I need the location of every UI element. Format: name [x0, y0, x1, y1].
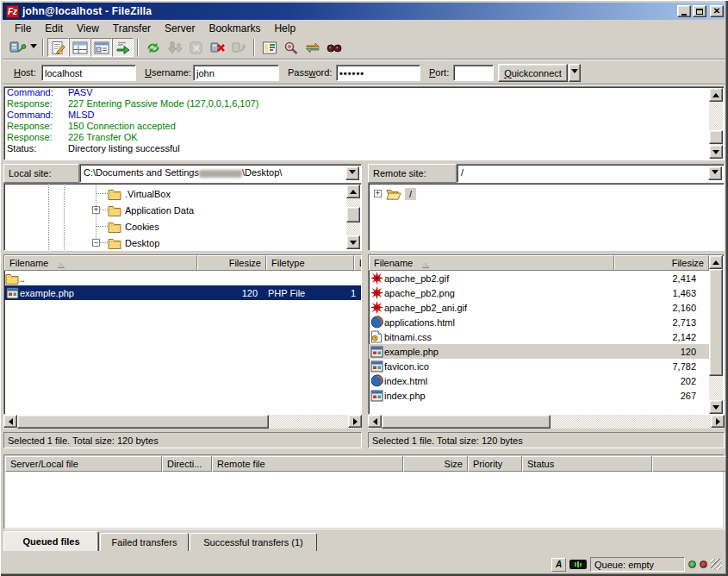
scroll-up-button[interactable] [709, 255, 723, 269]
disconnect-button[interactable] [207, 38, 228, 57]
file-row-index-php[interactable]: index.php267 [369, 388, 709, 403]
local-list-hscrollbar[interactable] [3, 415, 362, 429]
directory-filters-button[interactable] [258, 38, 280, 57]
quickconnect-dropdown-button[interactable] [569, 64, 581, 82]
minimize-button[interactable] [677, 5, 691, 17]
tab-queued-files[interactable]: Queued files [3, 531, 99, 551]
menu-server[interactable]: Server [158, 22, 202, 35]
message-log[interactable]: Command:PASVResponse:227 Entering Passiv… [3, 86, 725, 160]
toggle-transfer-queue-button[interactable] [112, 38, 134, 57]
datatype-indicator-icon[interactable]: A [551, 558, 566, 572]
column-header-size[interactable]: Size [403, 456, 468, 472]
local-site-dropdown-button[interactable] [345, 166, 359, 180]
menu-transfer[interactable]: Transfer [106, 22, 158, 35]
column-header-spacer[interactable] [652, 456, 726, 472]
scrollbar-thumb[interactable] [346, 207, 360, 222]
file-row--[interactable]: .. [4, 271, 361, 285]
remote-site-dropdown-button[interactable] [708, 166, 722, 180]
tree-item-cookies[interactable]: Cookies [108, 218, 159, 235]
tree-item-desktop[interactable]: Desktop [108, 235, 159, 251]
column-header-directi-[interactable]: Directi... [162, 456, 212, 472]
directory-comparison-button[interactable] [280, 38, 302, 57]
file-row-apache_pb2-gif[interactable]: apache_pb2.gif2,414 [369, 271, 709, 285]
column-header-priority[interactable]: Priority [468, 456, 522, 472]
column-header-filename[interactable]: Filename [4, 255, 197, 271]
local-tree[interactable]: .VirtualBox+Application DataCookies−Desk… [3, 183, 362, 251]
menu-help[interactable]: Help [267, 22, 302, 35]
column-header-filesize[interactable]: Filesize [614, 255, 709, 271]
column-header-filetype[interactable]: Filetype [266, 255, 354, 271]
scroll-up-button[interactable] [346, 185, 360, 198]
find-files-button[interactable] [323, 38, 345, 57]
remote-list-scrollbar[interactable] [709, 255, 723, 414]
remote-tree[interactable]: +/ [368, 183, 725, 251]
scroll-right-button[interactable] [348, 415, 362, 428]
scrollbar-thumb[interactable] [382, 415, 551, 429]
local-file-list[interactable]: FilenameFilesizeFiletypeLast modified ..… [3, 254, 362, 415]
toggle-remote-tree-button[interactable] [90, 38, 112, 57]
remote-list-hscrollbar[interactable] [368, 415, 725, 429]
menu-view[interactable]: View [70, 22, 106, 35]
tree-item-root[interactable]: / [386, 185, 416, 202]
scroll-left-button[interactable] [368, 415, 382, 428]
quickconnect-button[interactable]: Quickconnect [498, 64, 568, 82]
column-header-filesize[interactable]: Filesize [197, 255, 266, 271]
remote-file-list[interactable]: FilenameFilesize apache_pb2.gif2,414apac… [368, 254, 725, 415]
tree-item--virtualbox[interactable]: .VirtualBox [108, 185, 171, 202]
site-manager-dropdown-button[interactable] [28, 38, 39, 57]
toggle-message-log-button[interactable] [47, 38, 69, 57]
scroll-down-button[interactable] [709, 145, 723, 159]
file-row-example-php[interactable]: example.php120PHP File1 [4, 285, 361, 300]
scrollbar-thumb[interactable] [709, 269, 723, 376]
file-row-apache_pb2-png[interactable]: apache_pb2.png1,463 [369, 285, 709, 300]
username-input[interactable] [193, 65, 279, 81]
cancel-operation-button[interactable] [185, 38, 207, 57]
password-input[interactable] [336, 65, 420, 81]
menu-edit[interactable]: Edit [38, 22, 70, 35]
menu-file[interactable]: File [8, 22, 38, 35]
file-row-example-php[interactable]: example.php120 [369, 344, 709, 359]
column-header-last-modified[interactable]: Last modified [354, 255, 362, 271]
toggle-local-tree-button[interactable] [69, 38, 90, 57]
collapse-icon[interactable]: − [92, 239, 100, 247]
expand-icon[interactable]: + [374, 190, 382, 197]
queue-body[interactable] [5, 472, 723, 528]
scrollbar-thumb[interactable] [17, 415, 269, 429]
scroll-down-button[interactable] [709, 400, 723, 414]
resize-grip[interactable] [711, 559, 722, 570]
file-row-applications-html[interactable]: applications.html2,713 [369, 315, 709, 329]
expand-icon[interactable]: + [92, 206, 100, 214]
title-bar[interactable]: Fz john@localhost - FileZilla ✕ [3, 3, 725, 20]
message-log-scrollbar[interactable] [709, 88, 723, 159]
column-header-server-local-file[interactable]: Server/Local file [5, 456, 162, 472]
column-header-remote-file[interactable]: Remote file [212, 456, 403, 472]
scroll-up-button[interactable] [709, 88, 723, 102]
close-button[interactable]: ✕ [710, 5, 724, 17]
file-row-apache_pb2_ani-gif[interactable]: apache_pb2_ani.gif2,160 [369, 300, 709, 315]
port-input[interactable] [453, 65, 494, 81]
tree-item-application-data[interactable]: Application Data [108, 202, 194, 218]
menu-bookmarks[interactable]: Bookmarks [202, 22, 267, 35]
speed-limit-icon[interactable] [569, 560, 587, 569]
refresh-button[interactable] [142, 38, 164, 57]
column-header-filename[interactable]: Filename [369, 255, 614, 271]
local-site-combo[interactable]: C:\Documents and Settings\Desktop\ [79, 164, 362, 183]
tab-failed-transfers[interactable]: Failed transfers [100, 533, 189, 551]
local-tree-scrollbar[interactable] [346, 185, 360, 249]
file-row-favicon-ico[interactable]: favicon.ico7,782 [369, 359, 709, 373]
process-queue-button[interactable] [164, 38, 185, 57]
maximize-button[interactable] [693, 5, 706, 17]
file-row-index-html[interactable]: index.html202 [369, 373, 709, 388]
scrollbar-thumb[interactable] [709, 130, 723, 144]
scroll-left-button[interactable] [3, 415, 17, 428]
scroll-right-button[interactable] [711, 415, 725, 428]
host-input[interactable] [41, 65, 136, 81]
column-header-status[interactable]: Status [522, 456, 652, 472]
reconnect-button[interactable] [228, 38, 250, 57]
site-manager-button[interactable] [6, 38, 28, 57]
file-row-bitnami-css[interactable]: bitnami.css2,142 [369, 329, 709, 344]
remote-site-combo[interactable]: / [457, 164, 725, 183]
synchronized-browsing-button[interactable] [302, 38, 323, 57]
scroll-down-button[interactable] [346, 235, 360, 249]
tab-successful-transfers-1-[interactable]: Successful transfers (1) [190, 533, 317, 551]
